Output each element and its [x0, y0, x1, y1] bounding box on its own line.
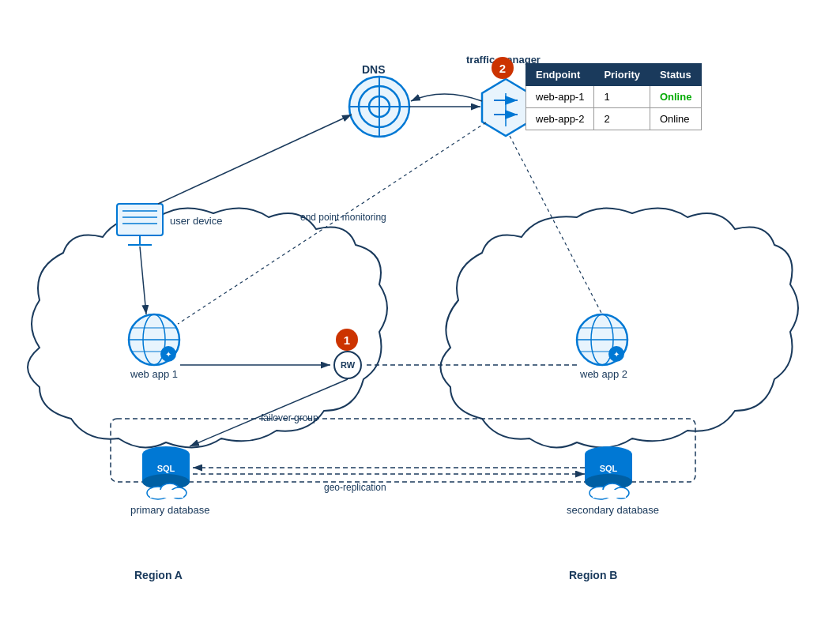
- status-1: Online: [650, 86, 701, 108]
- priority-2: 2: [594, 108, 650, 130]
- user-device-monitor: [117, 204, 163, 235]
- primary-database-label: primary database: [130, 504, 209, 516]
- web-app-1-label: web app 1: [130, 368, 178, 380]
- table-header-endpoint: Endpoint: [526, 64, 594, 86]
- svg-rect-30: [593, 490, 626, 498]
- svg-text:✦: ✦: [165, 350, 171, 359]
- table-header-status: Status: [650, 64, 701, 86]
- dns-label: DNS: [362, 63, 386, 76]
- status-2: Online: [650, 108, 701, 130]
- svg-line-31: [158, 115, 352, 204]
- monitoring-line-2: [510, 136, 602, 314]
- endpoint-monitoring-label: end point monitoring: [300, 212, 386, 223]
- badge-2: 2: [492, 57, 514, 79]
- table-row: web-app-1 1 Online: [526, 86, 702, 108]
- traffic-manager-table: Endpoint Priority Status web-app-1 1 Onl…: [525, 63, 702, 130]
- user-device-label: user device: [170, 215, 222, 227]
- region-a-label: Region A: [134, 569, 183, 581]
- svg-rect-25: [150, 490, 183, 498]
- table-row: web-app-2 2 Online: [526, 108, 702, 130]
- rw-circle: RW: [333, 351, 362, 379]
- endpoint-1: web-app-1: [526, 86, 594, 108]
- region-b-label: Region B: [569, 569, 617, 581]
- main-svg: ✦ ✦ SQL SQL: [0, 0, 840, 632]
- cloud-region-a: [28, 209, 387, 448]
- svg-line-33: [140, 246, 146, 314]
- web-app-2-label: web app 2: [580, 368, 627, 380]
- svg-text:SQL: SQL: [600, 464, 618, 473]
- endpoint-2: web-app-2: [526, 108, 594, 130]
- priority-1: 1: [594, 86, 650, 108]
- badge-1: 1: [336, 329, 358, 351]
- monitoring-line-1: [178, 122, 486, 324]
- secondary-database-label: secondary database: [567, 504, 659, 516]
- failover-group-label: failover group: [261, 412, 318, 423]
- diagram-container: ✦ ✦ SQL SQL: [0, 0, 840, 632]
- table-header-priority: Priority: [594, 64, 650, 86]
- svg-text:SQL: SQL: [157, 464, 175, 473]
- svg-text:✦: ✦: [613, 350, 620, 359]
- geo-replication-label: geo-replication: [324, 482, 386, 493]
